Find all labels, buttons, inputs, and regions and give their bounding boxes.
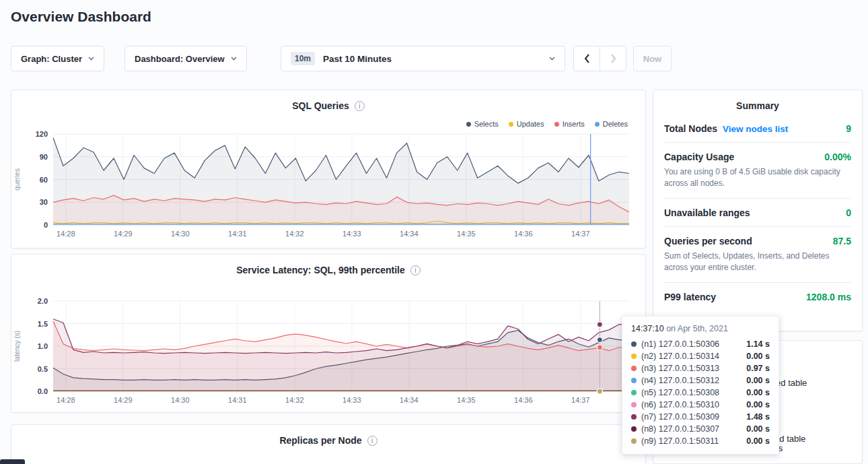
svg-text:1.0: 1.0 xyxy=(38,342,48,350)
series-dot xyxy=(631,438,637,444)
series-dot xyxy=(631,402,637,407)
legend-dot xyxy=(595,122,600,127)
legend-label: Inserts xyxy=(563,120,585,128)
svg-text:queries: queries xyxy=(13,168,21,191)
tooltip-node-label: (n7) 127.0.0.1:50309 xyxy=(641,412,719,422)
unavailable-label: Unavailable ranges xyxy=(664,207,750,218)
tooltip-node-value: 0.97 s xyxy=(746,364,770,373)
legend-item[interactable]: Selects xyxy=(466,120,499,128)
replicas-card: Replicas per Node i xyxy=(11,424,646,464)
tooltip-row: (n9) 127.0.0.1:503110.00 s xyxy=(631,435,770,447)
unavailable-value: 0 xyxy=(846,207,851,218)
p99-label: P99 latency xyxy=(664,292,716,302)
summary-row-total-nodes: Total Nodes View nodes list 9 xyxy=(664,119,851,142)
qps-value: 87.5 xyxy=(833,236,851,246)
svg-text:90: 90 xyxy=(40,153,48,161)
series-dot xyxy=(631,378,637,383)
svg-text:30: 30 xyxy=(40,198,48,206)
bottom-left-fragment xyxy=(0,459,25,464)
legend-dot xyxy=(554,122,559,127)
tooltip-node-value: 1.14 s xyxy=(746,339,770,349)
graph-dropdown[interactable]: Graph: Cluster xyxy=(11,46,104,71)
legend-item[interactable]: Deletes xyxy=(595,120,628,128)
info-icon[interactable]: i xyxy=(410,265,421,275)
svg-text:14:35: 14:35 xyxy=(457,230,476,238)
svg-text:14:37: 14:37 xyxy=(571,396,590,404)
svg-text:14:33: 14:33 xyxy=(342,396,361,404)
series-dot xyxy=(631,390,637,395)
svg-text:14:29: 14:29 xyxy=(114,396,133,404)
svg-text:14:36: 14:36 xyxy=(514,230,533,238)
svg-text:1.5: 1.5 xyxy=(38,320,48,328)
info-icon[interactable]: i xyxy=(355,101,365,111)
tooltip-node-label: (n2) 127.0.0.1:50314 xyxy=(641,352,719,361)
chevron-down-icon xyxy=(88,57,94,61)
svg-text:120: 120 xyxy=(36,130,48,138)
tooltip-node-label: (n3) 127.0.0.1:50313 xyxy=(641,364,719,373)
tooltip-row: (n3) 127.0.0.1:503130.97 s xyxy=(631,362,770,374)
legend-item[interactable]: Inserts xyxy=(554,120,585,128)
tooltip-row: (n2) 127.0.0.1:503140.00 s xyxy=(631,350,770,362)
capacity-value: 0.00% xyxy=(824,152,851,162)
qps-label: Queries per second xyxy=(664,236,752,246)
chevron-down-icon xyxy=(549,57,555,61)
dashboard-dropdown[interactable]: Dashboard: Overview xyxy=(124,46,247,71)
svg-text:0: 0 xyxy=(44,221,48,229)
chart-hover-tooltip: 14:37:10 on Apr 5th, 2021 (n1) 127.0.0.1… xyxy=(622,316,779,455)
sql-queries-card: SQL Queries i SelectsUpdatesInsertsDelet… xyxy=(11,90,646,248)
legend-dot xyxy=(466,122,471,127)
svg-text:0.5: 0.5 xyxy=(38,365,48,373)
now-button[interactable]: Now xyxy=(633,46,672,71)
svg-text:14:36: 14:36 xyxy=(514,396,533,404)
svg-text:14:34: 14:34 xyxy=(400,230,419,238)
sql-chart-legend: SelectsUpdatesInsertsDeletes xyxy=(466,120,628,128)
time-range-selector[interactable]: 10m Past 10 Minutes xyxy=(281,46,565,71)
legend-item[interactable]: Updates xyxy=(509,120,544,128)
svg-text:2.0: 2.0 xyxy=(38,297,48,305)
tooltip-node-label: (n1) 127.0.0.1:50306 xyxy=(641,339,719,349)
latency-chart[interactable]: 14:2814:2914:3014:3114:3214:3314:3414:35… xyxy=(11,290,646,405)
latency-title: Service Latency: SQL, 99th percentile xyxy=(236,265,405,275)
qps-desc: Sum of Selects, Updates, Inserts, and De… xyxy=(664,251,851,274)
tooltip-node-label: (n6) 127.0.0.1:50310 xyxy=(641,400,719,409)
svg-text:60: 60 xyxy=(40,176,48,184)
svg-text:14:28: 14:28 xyxy=(57,396,75,404)
svg-text:14:34: 14:34 xyxy=(400,396,419,404)
total-nodes-label: Total Nodes xyxy=(664,123,717,134)
tooltip-row: (n7) 127.0.0.1:503091.48 s xyxy=(631,411,770,423)
svg-text:14:37: 14:37 xyxy=(571,230,590,238)
tooltip-node-label: (n8) 127.0.0.1:50307 xyxy=(641,424,719,434)
view-nodes-list-link[interactable]: View nodes list xyxy=(723,124,788,134)
tooltip-node-label: (n9) 127.0.0.1:50311 xyxy=(641,436,719,446)
tooltip-node-value: 0.00 s xyxy=(746,400,770,409)
legend-dot xyxy=(509,122,513,127)
tooltip-node-label: (n4) 127.0.0.1:50312 xyxy=(641,376,719,385)
tooltip-row: (n1) 127.0.0.1:503061.14 s xyxy=(631,338,770,350)
legend-label: Selects xyxy=(474,120,499,128)
time-forward-button[interactable] xyxy=(600,46,626,71)
svg-text:14:29: 14:29 xyxy=(114,230,133,238)
tooltip-node-value: 0.00 s xyxy=(746,436,770,446)
svg-text:latency (s): latency (s) xyxy=(13,331,21,362)
sql-queries-title: SQL Queries xyxy=(292,100,349,111)
svg-text:14:32: 14:32 xyxy=(285,396,304,404)
time-back-button[interactable] xyxy=(573,46,600,71)
tooltip-row: (n4) 127.0.0.1:503120.00 s xyxy=(631,374,770,387)
tooltip-node-value: 0.00 s xyxy=(746,376,770,385)
sql-queries-chart[interactable]: 14:2814:2914:3014:3114:3214:3314:3414:35… xyxy=(11,128,646,238)
tooltip-row: (n5) 127.0.0.1:503080.00 s xyxy=(631,387,770,399)
series-dot xyxy=(631,341,637,347)
series-dot xyxy=(631,426,637,432)
capacity-desc: You are using 0 B of 4.5 GiB usable disk… xyxy=(664,166,851,190)
tooltip-node-value: 0.00 s xyxy=(746,352,770,361)
page-title: Overview Dashboard xyxy=(11,9,151,25)
info-icon[interactable]: i xyxy=(367,436,377,446)
chevron-left-icon xyxy=(584,54,590,63)
svg-text:14:33: 14:33 xyxy=(342,230,361,238)
summary-row-qps: Queries per second 87.5 Sum of Selects, … xyxy=(664,226,851,282)
svg-text:14:30: 14:30 xyxy=(171,396,190,404)
p99-value: 1208.0 ms xyxy=(806,292,851,302)
total-nodes-value: 9 xyxy=(846,123,851,134)
time-range-badge: 10m xyxy=(291,52,315,65)
tooltip-timestamp: 14:37:10 on Apr 5th, 2021 xyxy=(631,324,770,333)
